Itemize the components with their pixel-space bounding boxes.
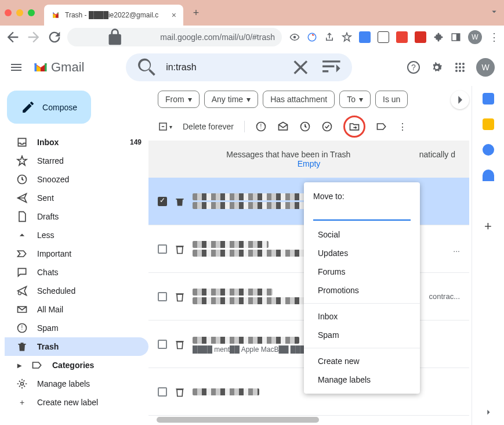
maximize-window-button[interactable] <box>28 9 35 16</box>
address-bar: mail.google.com/mail/u/0/#trash W ⋮ <box>0 26 504 49</box>
ext-icon-1[interactable] <box>359 31 371 43</box>
sidebar-item-drafts[interactable]: Drafts <box>5 207 148 226</box>
extensions-icon[interactable] <box>433 32 444 42</box>
ext-icon-2[interactable] <box>378 31 389 43</box>
calendar-icon[interactable] <box>483 93 494 105</box>
support-icon[interactable]: ? <box>407 60 420 74</box>
chip-has-attachment[interactable]: Has attachment <box>263 91 335 108</box>
ext-icon-4[interactable] <box>415 31 426 43</box>
sidepanel-icon[interactable] <box>451 32 461 42</box>
select-all-checkbox[interactable]: ▾ <box>158 121 172 132</box>
tab-overflow-icon[interactable] <box>489 6 499 19</box>
email-checkbox[interactable] <box>158 244 167 254</box>
browser-tab[interactable]: Trash - ████ie2022@gmail.c × <box>44 5 183 26</box>
popup-item-create-new[interactable]: Create new <box>304 352 420 370</box>
eye-icon[interactable] <box>289 32 300 42</box>
star-icon[interactable] <box>342 32 352 42</box>
tasks-icon[interactable] <box>483 144 494 156</box>
chip-to[interactable]: To ▾ <box>339 91 371 108</box>
add-to-tasks-icon[interactable] <box>321 121 333 132</box>
empty-trash-link[interactable]: Empty <box>298 159 321 168</box>
move-to-icon[interactable] <box>349 121 360 132</box>
main-menu-icon[interactable] <box>9 60 23 74</box>
apps-icon[interactable] <box>453 60 467 74</box>
browser-menu-icon[interactable]: ⋮ <box>489 31 499 44</box>
new-tab-button[interactable]: + <box>188 5 204 21</box>
popup-item-updates[interactable]: Updates <box>304 244 420 262</box>
email-checkbox[interactable] <box>158 387 167 397</box>
sidebar-item-trash[interactable]: Trash <box>5 337 148 356</box>
settings-icon[interactable] <box>430 60 444 74</box>
sidebar-item-categories[interactable]: ▸Categories <box>5 356 148 374</box>
email-checkbox[interactable] <box>158 292 167 301</box>
trash-icon <box>174 386 186 398</box>
trash-icon <box>174 243 186 255</box>
snooze-icon[interactable] <box>299 121 311 132</box>
sidebar-item-starred[interactable]: Starred <box>5 152 148 170</box>
url-input[interactable]: mail.google.com/mail/u/0/#trash <box>67 28 282 46</box>
keep-icon[interactable] <box>483 118 494 130</box>
move-to-popup: Move to: Social Updates Forums Promotion… <box>304 182 420 394</box>
chip-from[interactable]: From ▾ <box>158 91 200 108</box>
email-checkbox[interactable] <box>158 340 167 349</box>
labels-icon[interactable] <box>376 121 387 132</box>
account-avatar[interactable]: W <box>476 58 495 77</box>
google-icon[interactable] <box>307 32 317 42</box>
popup-item-inbox[interactable]: Inbox <box>304 307 420 326</box>
horizontal-scrollbar[interactable] <box>157 417 319 423</box>
sidebar-item-scheduled[interactable]: Scheduled <box>5 282 148 300</box>
back-button[interactable] <box>5 29 21 45</box>
sidebar-item-snoozed[interactable]: Snoozed <box>5 170 148 189</box>
sidebar-item-chats[interactable]: Chats <box>5 263 148 282</box>
sidebar-item-allmail[interactable]: All Mail <box>5 300 148 319</box>
svg-point-7 <box>459 63 461 65</box>
add-addon-icon[interactable]: + <box>483 221 494 232</box>
profile-avatar[interactable]: W <box>468 30 482 44</box>
minimize-window-button[interactable] <box>16 9 23 16</box>
close-window-button[interactable] <box>5 9 12 16</box>
sidebar-item-important[interactable]: Important <box>5 244 148 263</box>
chip-is-unread[interactable]: Is un <box>375 91 408 108</box>
chips-scroll-right[interactable] <box>451 91 469 109</box>
gmail-logo[interactable]: Gmail <box>32 59 84 75</box>
popup-item-social[interactable]: Social <box>304 225 420 244</box>
popup-item-forums[interactable]: Forums <box>304 262 420 281</box>
svg-point-25 <box>322 123 331 131</box>
more-icon[interactable]: ⋮ <box>398 121 407 132</box>
svg-point-16 <box>18 292 21 295</box>
sidebar-item-inbox[interactable]: Inbox149 <box>5 133 148 152</box>
divider <box>304 303 420 304</box>
search-box[interactable] <box>126 53 352 81</box>
ext-icon-3[interactable] <box>396 31 408 43</box>
clear-search-icon[interactable] <box>289 53 313 81</box>
sidebar-item-manage-labels[interactable]: Manage labels <box>5 374 148 393</box>
reload-button[interactable] <box>46 29 63 45</box>
contacts-icon[interactable] <box>483 170 494 181</box>
share-icon[interactable] <box>324 32 335 42</box>
chip-anytime[interactable]: Any time ▾ <box>204 91 258 108</box>
email-checkbox[interactable] <box>158 197 167 206</box>
delete-forever-button[interactable]: Delete forever <box>183 122 234 131</box>
sidebar-item-spam[interactable]: !Spam <box>5 319 148 337</box>
collapse-panel-icon[interactable] <box>483 406 494 418</box>
popup-item-manage-labels[interactable]: Manage labels <box>304 370 420 389</box>
popup-item-spam[interactable]: Spam <box>304 326 420 344</box>
svg-point-9 <box>455 66 458 69</box>
popup-item-promotions[interactable]: Promotions <box>304 281 420 300</box>
gmail-app: Gmail ? W Compose Inbox149 Starred Snooz… <box>0 49 504 425</box>
popup-title: Move to: <box>304 187 420 206</box>
mark-unread-icon[interactable] <box>277 121 289 132</box>
search-options-icon[interactable] <box>320 53 343 81</box>
sidebar-item-less[interactable]: Less <box>5 226 148 244</box>
popup-search-input[interactable] <box>313 208 415 217</box>
pencil-icon <box>21 100 35 114</box>
sidebar-item-sent[interactable]: Sent <box>5 189 148 207</box>
forward-button[interactable] <box>26 29 42 45</box>
close-tab-icon[interactable]: × <box>172 10 176 20</box>
search-input[interactable] <box>166 62 282 73</box>
divider <box>244 121 245 132</box>
compose-button[interactable]: Compose <box>7 91 91 124</box>
report-spam-icon[interactable]: ! <box>255 121 267 132</box>
popup-search[interactable] <box>313 208 411 221</box>
sidebar-item-create-label[interactable]: +Create new label <box>5 393 148 412</box>
